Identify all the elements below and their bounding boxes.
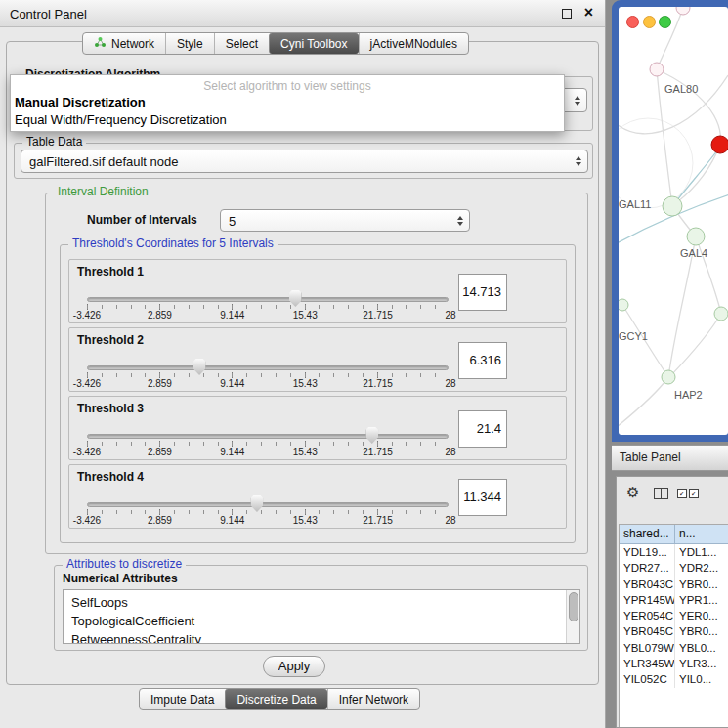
table-row[interactable]: YBR045CYBR0... bbox=[620, 623, 728, 639]
table-panel-window: ⚙ ✓ ✓ shared...n... YDL19...YDL1...YDR27… bbox=[616, 476, 728, 728]
attributes-group: Attributes to discretize Numerical Attri… bbox=[54, 565, 588, 651]
scale-label: 2.859 bbox=[148, 515, 172, 526]
interval-definition-title: Interval Definition bbox=[54, 185, 152, 198]
table-row[interactable]: YBR043CYBR0... bbox=[620, 577, 728, 592]
attribute-item[interactable]: SelfLoops bbox=[64, 593, 579, 612]
threshold-label: Threshold 2 bbox=[77, 333, 144, 347]
table-body: YDL19...YDL1...YDR27...YDR2...YBR043CYBR… bbox=[620, 544, 728, 688]
table-row[interactable]: YDL19...YDL1... bbox=[620, 544, 728, 560]
tab-network[interactable]: Network bbox=[83, 33, 165, 54]
table-cell: YPR1... bbox=[675, 592, 728, 608]
scale-label: 21.715 bbox=[363, 447, 393, 457]
table-cell: YDR2... bbox=[675, 560, 728, 576]
popup-option-equal-width-frequency[interactable]: Equal Width/Frequency Discretization bbox=[11, 111, 564, 129]
number-of-intervals-combo[interactable]: 5 bbox=[220, 209, 470, 232]
close-button[interactable] bbox=[626, 16, 639, 28]
network-node[interactable] bbox=[714, 307, 728, 321]
node-label: GAL80 bbox=[664, 83, 698, 95]
network-view: GAL80 GAL11 GAL4 GCY1 HAP2 bbox=[619, 7, 728, 435]
tab-discretize-data[interactable]: Discretize Data bbox=[225, 689, 326, 709]
close-window-icon[interactable]: × bbox=[584, 4, 593, 21]
tab-select-label: Select bbox=[226, 37, 258, 51]
scale-label: 15.43 bbox=[293, 310, 318, 321]
column-header[interactable]: n... bbox=[675, 525, 728, 544]
scale-label: 15.43 bbox=[293, 515, 318, 526]
scrollbar-thumb[interactable] bbox=[569, 592, 578, 621]
slider-track[interactable] bbox=[87, 365, 449, 370]
table-row[interactable]: YDR27...YDR2... bbox=[620, 560, 728, 576]
network-node[interactable] bbox=[619, 299, 628, 311]
table-data-label: Table Data bbox=[22, 135, 86, 149]
table-row[interactable]: YIL052CYIL0... bbox=[620, 671, 728, 687]
tab-style[interactable]: Style bbox=[165, 33, 214, 54]
table-cell: YER0... bbox=[675, 608, 728, 623]
node-table: shared...n... YDL19...YDL1...YDR27...YDR… bbox=[619, 524, 728, 727]
popup-option-manual-discretization[interactable]: Manual Discretization bbox=[11, 94, 564, 111]
tab-cyni-toolbox[interactable]: Cyni Toolbox bbox=[269, 33, 358, 54]
scale-label: 9.144 bbox=[220, 378, 244, 389]
network-node-selected[interactable] bbox=[711, 136, 728, 153]
scale-label: -3.426 bbox=[73, 310, 101, 321]
threshold-value-field[interactable]: 21.4 bbox=[458, 410, 507, 448]
attribute-item[interactable]: BetweennessCentrality bbox=[64, 630, 579, 644]
zoom-button[interactable] bbox=[659, 16, 671, 28]
table-data-combo[interactable]: galFiltered.sif default node bbox=[21, 150, 588, 173]
algorithm-dropdown-popup: Select algorithm to view settings Manual… bbox=[10, 74, 565, 132]
network-node[interactable] bbox=[662, 370, 675, 384]
network-node[interactable] bbox=[663, 196, 682, 216]
tab-jactivemnodules-label: jActiveMNodules bbox=[370, 37, 457, 51]
tab-impute-data[interactable]: Impute Data bbox=[140, 689, 225, 709]
table-cell: YBR0... bbox=[675, 577, 728, 592]
columns-icon[interactable] bbox=[654, 488, 668, 499]
network-node[interactable] bbox=[676, 7, 690, 15]
combo-stepper-icon bbox=[576, 156, 581, 166]
table-row[interactable]: YER054CYER0... bbox=[620, 608, 728, 623]
table-row[interactable]: YBL079WYBL0... bbox=[620, 640, 728, 656]
table-panel-title: Table Panel bbox=[620, 450, 681, 464]
minimize-button[interactable] bbox=[643, 16, 656, 28]
network-node[interactable] bbox=[650, 63, 664, 76]
network-canvas[interactable]: GAL80 GAL11 GAL4 GCY1 HAP2 bbox=[619, 7, 728, 435]
popup-placeholder: Select algorithm to view settings bbox=[11, 79, 564, 94]
slider-ticks bbox=[87, 442, 450, 446]
checkbox-icon: ✓ bbox=[677, 489, 687, 498]
column-header[interactable]: shared... bbox=[620, 525, 675, 544]
scale-label: 21.715 bbox=[363, 310, 393, 321]
gear-icon[interactable]: ⚙ bbox=[626, 485, 639, 499]
threshold-label: Threshold 3 bbox=[77, 402, 144, 415]
threshold-value-field[interactable]: 14.713 bbox=[458, 274, 507, 311]
slider-track[interactable] bbox=[87, 502, 449, 507]
tab-select[interactable]: Select bbox=[214, 33, 269, 54]
window-title: Control Panel bbox=[10, 7, 87, 21]
column-select-icons[interactable]: ✓ ✓ bbox=[677, 489, 699, 498]
control-panel-tabs: Network Style Select Cyni Toolbox jActiv… bbox=[82, 32, 469, 55]
tab-infer-network-label: Infer Network bbox=[339, 693, 408, 707]
numerical-attributes-label: Numerical Attributes bbox=[63, 572, 178, 585]
network-node[interactable] bbox=[687, 228, 705, 245]
threshold-value-field[interactable]: 11.344 bbox=[458, 479, 507, 516]
table-header-row: shared...n... bbox=[620, 525, 728, 544]
slider-track[interactable] bbox=[87, 434, 449, 439]
number-of-intervals-label: Number of Intervals bbox=[87, 213, 197, 227]
table-data-combo-value: galFiltered.sif default node bbox=[29, 154, 178, 169]
attributes-group-title: Attributes to discretize bbox=[63, 557, 186, 571]
tab-discretize-data-label: Discretize Data bbox=[236, 693, 316, 707]
table-cell: YIL0... bbox=[675, 671, 728, 687]
scale-label: -3.426 bbox=[73, 378, 101, 389]
table-row[interactable]: YLR345WYLR3... bbox=[620, 656, 728, 671]
table-cell: YBR0... bbox=[675, 623, 728, 639]
tab-jactivemnodules[interactable]: jActiveMNodules bbox=[359, 33, 468, 54]
scale-label: 2.859 bbox=[148, 447, 172, 457]
threshold-value-field[interactable]: 6.316 bbox=[458, 342, 507, 379]
list-scrollbar[interactable] bbox=[566, 590, 579, 643]
apply-button[interactable]: Apply bbox=[263, 656, 325, 677]
float-window-icon[interactable] bbox=[562, 9, 572, 19]
slider-track[interactable] bbox=[87, 297, 449, 302]
scale-label: 28 bbox=[445, 310, 455, 321]
node-label: GAL4 bbox=[680, 247, 707, 259]
tab-infer-network[interactable]: Infer Network bbox=[327, 689, 419, 709]
table-row[interactable]: YPR145WYPR1... bbox=[620, 592, 728, 608]
threshold-panel: Threshold 3 -3.4262.8599.14415.4321.7152… bbox=[68, 396, 567, 460]
number-of-intervals-value: 5 bbox=[229, 213, 236, 228]
attribute-item[interactable]: TopologicalCoefficient bbox=[64, 612, 579, 630]
